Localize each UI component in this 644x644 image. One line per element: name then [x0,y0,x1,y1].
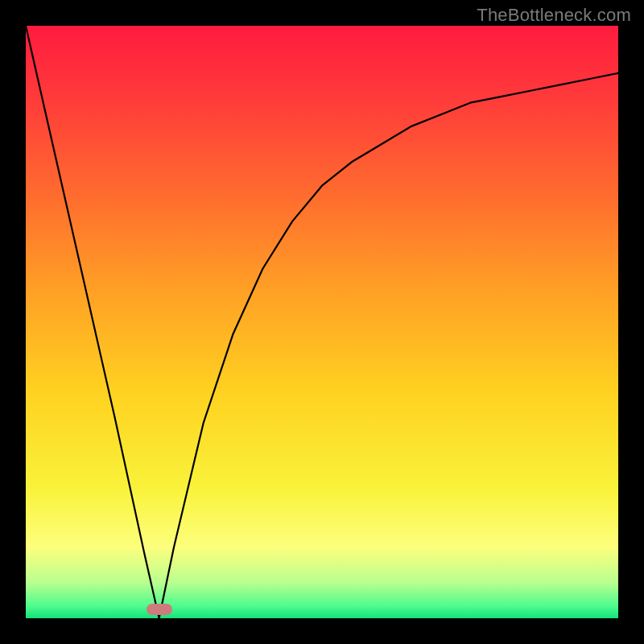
plot-svg [26,26,618,618]
plot-area [26,26,618,618]
watermark-text: TheBottleneck.com [477,5,631,26]
chart-frame: TheBottleneck.com [0,0,644,644]
gradient-rect [26,26,618,618]
minimum-marker [147,604,172,615]
